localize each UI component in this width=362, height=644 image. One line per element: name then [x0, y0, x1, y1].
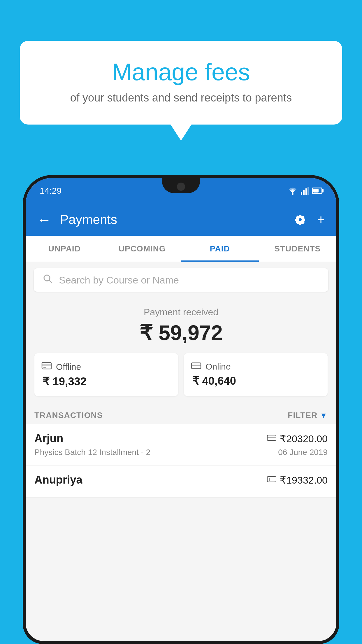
search-container: Search by Course or Name: [26, 262, 336, 298]
transaction-date: 06 June 2019: [278, 448, 328, 457]
filter-icon: ▼: [320, 411, 328, 420]
offline-label: Offline: [56, 362, 81, 372]
svg-point-0: [292, 193, 294, 195]
transaction-amount: ₹20320.00: [280, 433, 328, 444]
phone-screen: 14:29: [26, 178, 336, 641]
payment-received-label: Payment received: [34, 307, 328, 318]
online-amount: ₹ 40,640: [191, 374, 321, 387]
card-payment-icon: [267, 434, 276, 443]
tab-unpaid[interactable]: UNPAID: [26, 236, 103, 262]
online-icon: [191, 361, 201, 372]
online-payment-card: Online ₹ 40,640: [184, 353, 328, 396]
transaction-name: Arjun: [34, 432, 63, 445]
transaction-amount-container: ₹19332.00: [267, 474, 328, 486]
back-button[interactable]: ←: [37, 212, 51, 228]
add-button[interactable]: +: [317, 212, 325, 227]
svg-rect-4: [307, 187, 309, 195]
svg-rect-8: [42, 364, 51, 366]
svg-rect-10: [191, 363, 201, 369]
tab-upcoming[interactable]: UPCOMING: [103, 236, 181, 262]
search-placeholder: Search by Course or Name: [59, 274, 179, 286]
offline-amount: ₹ 19,332: [41, 375, 171, 388]
transaction-course: Physics Batch 12 Installment - 2: [34, 448, 150, 457]
online-label: Online: [205, 362, 231, 372]
search-icon: [43, 274, 53, 287]
transaction-row[interactable]: Arjun ₹20320.00 Physics Batch 12 Install…: [26, 424, 336, 466]
transactions-label: TRANSACTIONS: [34, 411, 103, 420]
search-bar[interactable]: Search by Course or Name: [34, 268, 328, 292]
offline-icon: [41, 361, 52, 372]
transaction-amount-container: ₹20320.00: [267, 433, 328, 444]
wifi-icon: [287, 187, 298, 195]
notch-cutout: [162, 178, 200, 193]
cash-payment-icon: [267, 475, 276, 485]
svg-rect-2: [303, 190, 305, 195]
filter-button[interactable]: FILTER ▼: [288, 411, 328, 420]
tab-paid[interactable]: PAID: [181, 236, 259, 262]
svg-rect-12: [267, 435, 276, 440]
transactions-header: TRANSACTIONS FILTER ▼: [26, 405, 336, 424]
status-icons: [287, 187, 322, 195]
speech-bubble-arrow: [171, 125, 191, 141]
payment-total-amount: ₹ 59,972: [34, 321, 328, 345]
page-title: Payments: [60, 212, 285, 227]
svg-rect-15: [269, 478, 274, 481]
svg-line-6: [49, 280, 52, 283]
speech-bubble-subtitle: of your students and send receipts to pa…: [34, 92, 328, 104]
speech-bubble-container: Manage fees of your students and send re…: [20, 41, 342, 141]
app-header: ← Payments +: [26, 204, 336, 236]
transaction-amount: ₹19332.00: [280, 474, 328, 486]
transaction-name: Anupriya: [34, 474, 82, 486]
speech-bubble: Manage fees of your students and send re…: [20, 41, 342, 125]
status-time: 14:29: [40, 186, 61, 196]
offline-payment-card: Offline ₹ 19,332: [34, 353, 178, 396]
svg-rect-3: [305, 188, 307, 195]
filter-text: FILTER: [288, 411, 317, 420]
header-actions: +: [294, 212, 325, 227]
transaction-row[interactable]: Anupriya ₹19332.00: [26, 466, 336, 498]
camera-icon: [177, 183, 185, 191]
phone-frame: 14:29: [23, 175, 339, 644]
signal-icon: [301, 187, 309, 195]
battery-icon: [312, 188, 322, 194]
payment-cards: Offline ₹ 19,332 Online: [34, 353, 328, 396]
payment-summary: Payment received ₹ 59,972 Offline: [26, 298, 336, 405]
speech-bubble-title: Manage fees: [34, 58, 328, 86]
svg-rect-1: [301, 192, 302, 195]
tab-students[interactable]: STUDENTS: [259, 236, 337, 262]
status-bar: 14:29: [26, 178, 336, 204]
settings-icon[interactable]: [294, 213, 307, 226]
tabs-bar: UNPAID UPCOMING PAID STUDENTS: [26, 236, 336, 262]
